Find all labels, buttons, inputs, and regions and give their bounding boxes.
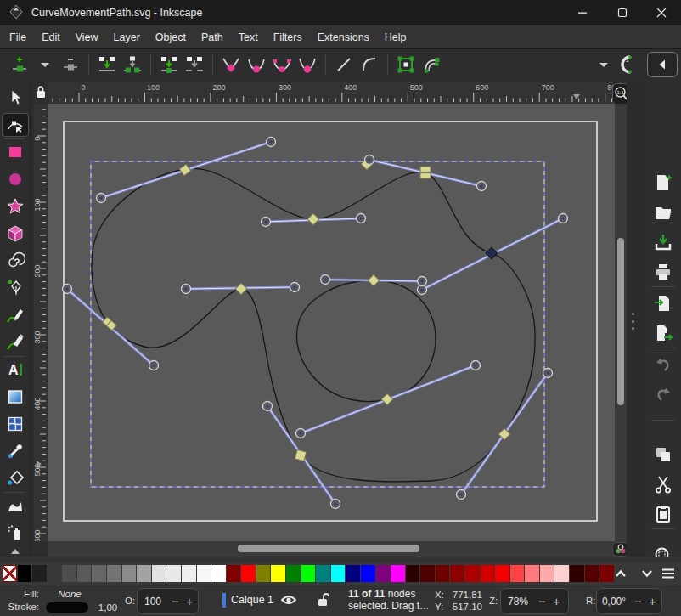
join-nodes-button[interactable] — [94, 52, 120, 77]
menu-file[interactable]: File — [2, 28, 34, 47]
paste-button[interactable] — [649, 501, 678, 527]
palette-swatch[interactable] — [585, 565, 599, 582]
palette-swatch[interactable] — [182, 565, 196, 582]
palette-scroll-up[interactable] — [613, 565, 628, 582]
stroke-to-path-button[interactable] — [419, 52, 444, 77]
dock-handle-icon[interactable] — [632, 313, 636, 330]
menu-object[interactable]: Object — [148, 28, 194, 47]
horizontal-scrollbar[interactable] — [48, 541, 615, 557]
palette-swatch[interactable] — [166, 565, 181, 582]
text-tool[interactable]: A — [2, 358, 29, 381]
spiral-tool[interactable] — [2, 249, 29, 273]
redo-button[interactable] — [649, 382, 678, 408]
rotation-spinner[interactable]: 0,00° − + — [596, 588, 662, 614]
undo-button[interactable] — [649, 353, 678, 378]
copy-button[interactable] — [649, 442, 678, 467]
make-symmetric-button[interactable] — [269, 52, 295, 77]
palette-swatch[interactable] — [197, 565, 211, 582]
zoom-decrease-button[interactable]: − — [535, 594, 549, 608]
palette-swatch[interactable] — [554, 565, 569, 582]
menu-help[interactable]: Help — [377, 28, 414, 47]
ellipse-tool[interactable] — [2, 167, 29, 191]
palette-swatch[interactable] — [346, 565, 360, 582]
cut-button[interactable] — [649, 472, 678, 497]
opacity-spinner[interactable]: 100 − + — [137, 588, 199, 614]
vertical-scrollbar-thumb[interactable] — [617, 238, 624, 405]
palette-swatch[interactable] — [256, 565, 271, 582]
rotation-decrease-button[interactable]: − — [631, 594, 645, 608]
palette-swatch[interactable] — [92, 565, 106, 582]
menu-edit[interactable]: Edit — [34, 28, 68, 47]
save-button[interactable] — [649, 229, 678, 255]
menu-layer[interactable]: Layer — [106, 28, 148, 47]
make-auto-smooth-button[interactable] — [295, 52, 320, 77]
export-button[interactable] — [649, 320, 678, 346]
object-to-path-button[interactable] — [393, 52, 419, 77]
menu-filters[interactable]: Filters — [266, 28, 310, 47]
open-button[interactable] — [649, 200, 678, 225]
join-with-segment-button[interactable] — [156, 52, 182, 77]
box-3d-tool[interactable] — [2, 222, 29, 246]
new-document-button[interactable] — [649, 170, 678, 195]
current-layer[interactable]: Calque 1 — [231, 594, 273, 606]
rotation-increase-button[interactable]: + — [645, 594, 660, 608]
palette-swatch[interactable] — [316, 565, 330, 582]
canvas[interactable] — [48, 104, 615, 541]
menu-extensions[interactable]: Extensions — [310, 28, 377, 47]
palette-swatch[interactable] — [122, 565, 137, 582]
selector-tool[interactable] — [2, 86, 29, 110]
horizontal-ruler[interactable]: 0100200300400500600700800 — [48, 82, 615, 104]
collapse-toolbar-button[interactable] — [647, 52, 678, 77]
stroke-width-value[interactable]: 1,00 — [95, 602, 121, 613]
palette-swatch[interactable] — [286, 565, 301, 582]
opacity-value[interactable]: 100 — [138, 596, 168, 608]
minimize-button[interactable] — [563, 0, 602, 25]
palette-swatch[interactable] — [510, 565, 525, 582]
make-corner-button[interactable] — [218, 52, 244, 77]
segment-curve-button[interactable] — [357, 52, 382, 77]
menu-view[interactable]: View — [68, 28, 106, 47]
palette-scroll-down[interactable] — [639, 565, 655, 582]
palette-swatch[interactable] — [481, 565, 495, 582]
tweak-tool[interactable] — [2, 494, 29, 517]
menu-text[interactable]: Text — [231, 28, 266, 47]
insert-node-button[interactable] — [7, 52, 32, 77]
opacity-decrease-button[interactable]: − — [168, 594, 183, 608]
dropper-tool[interactable] — [2, 439, 29, 463]
palette-swatch[interactable] — [525, 565, 539, 582]
palette-swatch[interactable] — [32, 565, 47, 582]
insert-node-options-dropdown[interactable] — [32, 52, 58, 77]
zoom-increase-button[interactable]: + — [549, 594, 564, 608]
palette-swatch[interactable] — [420, 565, 435, 582]
palette-swatch[interactable] — [376, 565, 391, 582]
ruler-lock[interactable] — [34, 82, 48, 104]
palette-swatch[interactable] — [62, 565, 76, 582]
horizontal-scrollbar-thumb[interactable] — [238, 545, 419, 552]
palette-swatch[interactable] — [18, 565, 32, 582]
palette-swatch[interactable] — [301, 565, 316, 582]
palette-swatch[interactable] — [406, 565, 420, 582]
palette-swatch[interactable] — [450, 565, 464, 582]
paint-bucket-tool[interactable] — [2, 466, 29, 490]
palette-menu-icon[interactable] — [661, 565, 676, 582]
palette-swatch[interactable] — [599, 565, 614, 582]
palette-swatch[interactable] — [227, 565, 241, 582]
palette-swatch[interactable] — [495, 565, 509, 582]
maximize-button[interactable] — [603, 0, 642, 25]
opacity-increase-button[interactable]: + — [183, 594, 197, 608]
segment-line-button[interactable] — [331, 52, 357, 77]
palette-swatch[interactable] — [540, 565, 554, 582]
spray-tool[interactable] — [2, 521, 29, 545]
node-editor-tool[interactable] — [2, 113, 29, 137]
palette-swatch[interactable] — [241, 565, 256, 582]
palette-swatch[interactable] — [107, 565, 121, 582]
fill-value[interactable]: None — [53, 589, 87, 599]
palette-swatch[interactable] — [152, 565, 166, 582]
toolbar-options-dropdown[interactable] — [591, 52, 616, 77]
palette-swatch[interactable] — [211, 565, 226, 582]
vertical-ruler[interactable]: 0100200300400500600 — [34, 104, 48, 541]
palette-swatch[interactable] — [331, 565, 346, 582]
palette-swatch[interactable] — [465, 565, 480, 582]
pencil-tool[interactable] — [2, 303, 29, 327]
delete-node-button[interactable] — [58, 52, 83, 77]
